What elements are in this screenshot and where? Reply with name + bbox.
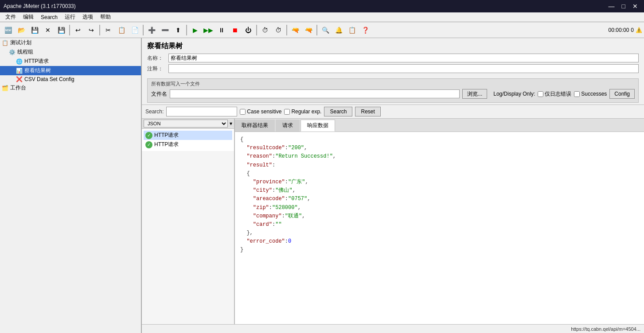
- successes-checkbox[interactable]: [574, 91, 580, 97]
- status-url: https://tq.cabn.qel/api/m=4504...: [571, 326, 640, 332]
- status-bar: https://tq.cabn.qel/api/m=4504...: [142, 324, 644, 333]
- save-button[interactable]: 💾: [28, 24, 41, 36]
- tab-response-data[interactable]: 响应数据: [301, 120, 335, 132]
- comment-input[interactable]: [168, 64, 639, 73]
- cut-button[interactable]: ✂: [102, 24, 114, 36]
- tab-sampler-result[interactable]: 取样器结果: [235, 120, 275, 132]
- shutdown-button[interactable]: ⏻: [242, 24, 254, 36]
- config-button[interactable]: Config: [609, 89, 635, 99]
- tree-item-result-tree[interactable]: 📊 察看结果树: [0, 66, 141, 75]
- tree-item-test-plan[interactable]: 📋 测试计划: [0, 38, 141, 47]
- http1-status-icon: ✓: [145, 132, 152, 139]
- json-line-10: "company":"联通",: [240, 212, 639, 221]
- collapse-icon[interactable]: ▾: [230, 120, 232, 127]
- maximize-button[interactable]: □: [619, 3, 628, 10]
- menu-help[interactable]: 帮助: [97, 12, 114, 22]
- result-tree-item-http2[interactable]: ✓ HTTP请求: [144, 140, 232, 149]
- case-sensitive-text: Case sensitive: [247, 108, 281, 115]
- menu-edit[interactable]: 编辑: [20, 12, 37, 22]
- start-no-pause-button[interactable]: ▶▶: [202, 24, 215, 36]
- workspace-label: 工作台: [10, 84, 26, 92]
- start-button[interactable]: ▶: [189, 24, 201, 36]
- tree-item-http-request-1[interactable]: 🌐 HTTP请求: [0, 57, 141, 66]
- add-button[interactable]: ➕: [145, 24, 158, 36]
- json-line-8: "areacode":"0757",: [240, 195, 639, 203]
- json-line-7: "city":"佛山",: [240, 186, 639, 195]
- file-label: 文件名: [151, 90, 167, 98]
- minimize-button[interactable]: —: [606, 3, 617, 10]
- stop-button[interactable]: ⏹: [229, 24, 241, 36]
- json-line-12: },: [240, 229, 639, 237]
- result-tree-item-http1[interactable]: ✓ HTTP请求: [144, 131, 232, 140]
- undo-button[interactable]: ↩: [72, 24, 84, 36]
- json-line-4: "result":: [240, 161, 639, 170]
- file-input[interactable]: [170, 89, 460, 98]
- copy-button[interactable]: 📋: [115, 24, 128, 36]
- function-helper-button[interactable]: 🔫: [289, 24, 301, 36]
- browse-button[interactable]: 浏览...: [462, 89, 487, 99]
- result-content: 取样器结果 请求 响应数据 { "resultcode":"200", "rea…: [235, 119, 644, 324]
- json-line-14: }: [240, 246, 639, 254]
- paste-button[interactable]: 📄: [129, 24, 141, 36]
- comment-row: 注释：: [147, 64, 639, 73]
- left-panel: 📋 测试计划 ⚙️ 线程组 🌐 HTTP请求 📊 察看结果树 ❌ CSV Dat…: [0, 38, 142, 333]
- json-line-6: "province":"广东",: [240, 178, 639, 186]
- window-controls: — □ ✕: [606, 3, 640, 10]
- menu-file[interactable]: 文件: [2, 12, 20, 22]
- toolbar: 🆕 📂 💾 ✕ 💾 ↩ ↪ ✂ 📋 📄 ➕ ➖ ⬆ ▶ ▶▶ ⏸ ⏹ ⏻ ⏱ ⏱…: [0, 22, 644, 38]
- tab-request[interactable]: 请求: [276, 120, 300, 132]
- file-section: 所有数据写入一个文件 文件名 浏览... Log/Display Only: 仅…: [147, 78, 639, 103]
- clear-button[interactable]: 🔔: [332, 24, 345, 36]
- regular-exp-checkbox[interactable]: [284, 109, 290, 115]
- reset-button[interactable]: Reset: [355, 107, 380, 116]
- menu-run[interactable]: 运行: [61, 12, 79, 22]
- close-button[interactable]: ✕: [42, 24, 54, 36]
- log-only-checkbox[interactable]: [538, 91, 543, 97]
- menu-options[interactable]: 选项: [79, 12, 97, 22]
- file-name-row: 文件名 浏览... Log/Display Only: 仅日志错误 Succes…: [151, 89, 635, 99]
- case-sensitive-checkbox[interactable]: [240, 109, 246, 115]
- tree-item-csv[interactable]: ❌ CSV Data Set Config: [0, 75, 141, 83]
- save-as-button[interactable]: 💾: [55, 24, 67, 36]
- open-button[interactable]: 📂: [15, 24, 27, 36]
- log-viewer-button[interactable]: 🔍: [319, 24, 332, 36]
- remote-start-button[interactable]: ⏱: [259, 24, 271, 36]
- workspace-icon: 🗂️: [2, 85, 8, 91]
- case-sensitive-label[interactable]: Case sensitive: [240, 108, 281, 115]
- comment-label: 注释：: [147, 65, 168, 73]
- toolbar-separator-4: [186, 25, 187, 35]
- new-button[interactable]: 🆕: [2, 24, 14, 36]
- move-up-button[interactable]: ⬆: [172, 24, 184, 36]
- log-only-checkbox-label[interactable]: 仅日志错误: [538, 90, 571, 98]
- help-button[interactable]: ❓: [359, 24, 371, 36]
- close-button[interactable]: ✕: [630, 3, 640, 10]
- clear-all-button[interactable]: 📋: [346, 24, 358, 36]
- remove-button[interactable]: ➖: [159, 24, 171, 36]
- json-line-9: "zip":"528000",: [240, 204, 639, 212]
- result-tree-label: 察看结果树: [24, 67, 51, 74]
- title-bar-title: Apache JMeter (3.1 r1770033): [4, 3, 76, 9]
- regular-exp-label[interactable]: Regular exp.: [284, 108, 321, 115]
- regular-exp-text: Regular exp.: [291, 108, 321, 115]
- format-dropdown[interactable]: JSON Text XML HTML: [144, 120, 228, 128]
- menu-search[interactable]: Search: [37, 13, 61, 21]
- test-plan-label: 测试计划: [10, 39, 31, 46]
- search-input[interactable]: [166, 107, 237, 116]
- thread-group-icon: ⚙️: [9, 49, 16, 55]
- result-tree-icon: 📊: [16, 68, 23, 74]
- successes-checkbox-label[interactable]: Successes: [574, 91, 607, 97]
- tree-item-workspace[interactable]: 🗂️ 工作台: [0, 83, 141, 93]
- toolbar-separator-3: [143, 25, 144, 35]
- remote-stop-button[interactable]: ⏱: [272, 24, 285, 36]
- http-request-1-icon: 🌐: [16, 58, 23, 65]
- log-only-label: 仅日志错误: [545, 90, 571, 98]
- name-label: 名称：: [147, 54, 168, 62]
- name-input[interactable]: [168, 54, 639, 62]
- toolbar-separator-1: [69, 25, 70, 35]
- successes-label: Successes: [581, 91, 607, 97]
- search-btn-toolbar[interactable]: 🔫: [302, 24, 315, 36]
- tree-item-thread-group[interactable]: ⚙️ 线程组: [0, 47, 141, 57]
- pause-button[interactable]: ⏸: [215, 24, 228, 36]
- search-button[interactable]: Search: [324, 107, 352, 116]
- redo-button[interactable]: ↪: [85, 24, 98, 36]
